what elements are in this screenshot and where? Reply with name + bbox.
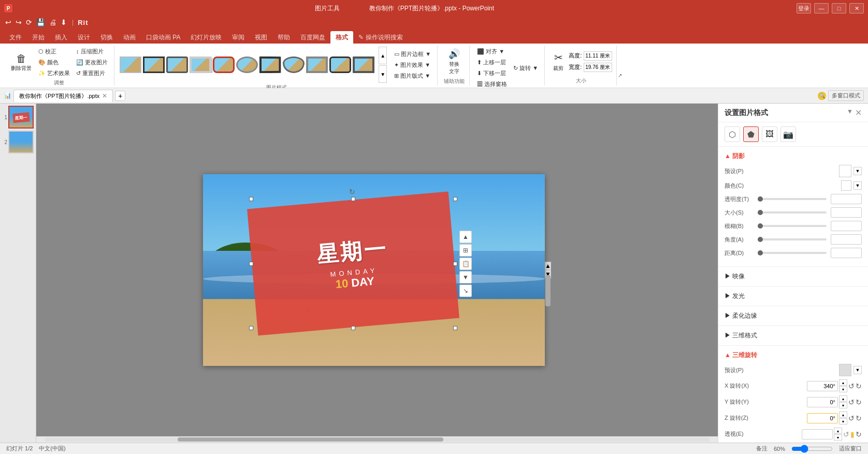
- art-effect-button[interactable]: ✨ 艺术效果: [36, 68, 72, 78]
- panel-close-button[interactable]: ✕: [855, 108, 862, 118]
- rotation-x-up[interactable]: ▲: [839, 379, 847, 386]
- rotation-y-input[interactable]: [807, 397, 838, 407]
- shadow-blur-thumb[interactable]: [758, 223, 763, 229]
- img-style-8[interactable]: [306, 56, 328, 73]
- img-style-10[interactable]: [353, 56, 374, 73]
- width-input[interactable]: [584, 63, 612, 72]
- compress-button[interactable]: ↕ 压缩图片: [74, 47, 110, 56]
- rotation-z-up[interactable]: ▲: [839, 412, 847, 418]
- fit-button[interactable]: 适应窗口: [839, 445, 862, 452]
- shadow-size-slider[interactable]: [758, 211, 827, 214]
- notes-button[interactable]: 备注: [756, 445, 768, 452]
- rotation-z-input[interactable]: [807, 413, 838, 423]
- tab-slideshow[interactable]: 幻灯片放映: [185, 31, 227, 44]
- move-down-button[interactable]: ⬇ 下移一层: [475, 68, 509, 78]
- tab-design[interactable]: 设计: [73, 31, 95, 44]
- rotation-z-ccw[interactable]: ↺: [848, 414, 855, 422]
- shadow-color-arrow[interactable]: ▼: [853, 181, 862, 190]
- rotation-y-down[interactable]: ▼: [839, 402, 847, 408]
- perspective-up[interactable]: ▲: [834, 428, 842, 434]
- img-border-button[interactable]: ▭ 图片边框 ▼: [392, 49, 433, 59]
- gallery-scroll-down[interactable]: ▼: [379, 65, 387, 83]
- panel-tab-format[interactable]: ⬟: [743, 126, 759, 142]
- close-button[interactable]: ✕: [849, 3, 864, 13]
- shadow-blur-slider[interactable]: [758, 225, 827, 227]
- tab-home[interactable]: 开始: [27, 31, 50, 44]
- shadow-size-thumb[interactable]: [758, 210, 763, 215]
- undo-button[interactable]: ↩: [4, 18, 12, 26]
- img-style-2[interactable]: [166, 56, 188, 73]
- img-style-9[interactable]: [329, 56, 351, 73]
- rotation-y-cw[interactable]: ↻: [856, 398, 862, 406]
- save-button[interactable]: 💾: [35, 18, 46, 26]
- img-style-5[interactable]: [236, 56, 258, 73]
- img-style-6[interactable]: [259, 56, 281, 73]
- panel-collapse-button[interactable]: ▼: [847, 108, 853, 118]
- rotation-x-cw[interactable]: ↻: [856, 382, 862, 390]
- minimize-button[interactable]: —: [814, 3, 829, 13]
- perspective-cw[interactable]: ↻: [856, 430, 862, 438]
- shadow-transparency-thumb[interactable]: [758, 196, 763, 202]
- rotate-menu-button[interactable]: ↻ 旋转 ▼: [511, 63, 540, 73]
- size-expand-button[interactable]: ↗: [618, 73, 622, 78]
- move-up-button[interactable]: ⬆ 上移一层: [475, 58, 509, 67]
- panel-tab-image[interactable]: 🖼: [762, 126, 777, 142]
- search-icon[interactable]: 🔍: [818, 92, 826, 100]
- rotation-y-up[interactable]: ▲: [839, 395, 847, 402]
- reflection-header[interactable]: ▶ 映像: [718, 270, 868, 283]
- redo-button[interactable]: ↪: [15, 18, 23, 26]
- gallery-scroll-up[interactable]: ▲: [379, 47, 387, 64]
- rotation-preset-arrow[interactable]: ▼: [853, 366, 862, 374]
- shadow-color-box[interactable]: [841, 180, 851, 191]
- shadow-angle-input[interactable]: [831, 234, 862, 245]
- perspective-ccw[interactable]: ↺: [843, 430, 849, 438]
- panel-tab-effects[interactable]: ⬡: [725, 126, 740, 142]
- slide-2-thumb[interactable]: [8, 131, 34, 153]
- soft-edges-header[interactable]: ▶ 柔化边缘: [718, 309, 868, 322]
- rotation-y-ccw[interactable]: ↺: [848, 398, 855, 406]
- tab-format[interactable]: 格式: [330, 31, 353, 44]
- img-style-0[interactable]: [120, 56, 141, 73]
- shadow-transparency-slider[interactable]: [758, 198, 827, 200]
- panel-tab-image2[interactable]: 📷: [780, 126, 796, 142]
- shadow-preset-box[interactable]: [839, 165, 851, 177]
- multiwindow-button[interactable]: 多窗口模式: [828, 90, 864, 101]
- bevel-3d-header[interactable]: ▶ 三维格式: [718, 329, 868, 342]
- add-tab-button[interactable]: +: [115, 91, 125, 101]
- tab-transition[interactable]: 切换: [95, 31, 118, 44]
- shadow-preset-arrow[interactable]: ▼: [853, 167, 862, 175]
- hscroll-thumb[interactable]: [178, 437, 444, 442]
- shadow-distance-thumb[interactable]: [758, 250, 763, 256]
- glow-header[interactable]: ▶ 发光: [718, 290, 868, 303]
- shadow-angle-slider[interactable]: [758, 238, 827, 240]
- remove-bg-button[interactable]: 🗑 删除背景: [8, 52, 34, 74]
- tab-search[interactable]: ✎ 操作说明搜索: [353, 31, 408, 44]
- replace-text-button[interactable]: 🔊 替换文字: [446, 47, 462, 77]
- rotation-preset-box[interactable]: [839, 364, 851, 376]
- doc-tab-close[interactable]: ✕: [102, 92, 107, 100]
- crop-button[interactable]: ✂ 裁剪: [550, 50, 567, 74]
- login-button[interactable]: 登录: [797, 3, 811, 13]
- shadow-transparency-input[interactable]: [831, 194, 862, 204]
- img-style-4[interactable]: [213, 56, 235, 73]
- shadow-distance-slider[interactable]: [758, 252, 827, 254]
- rotation-x-input[interactable]: [807, 381, 838, 391]
- tab-baidupan[interactable]: 百度网盘: [295, 31, 330, 44]
- tab-view[interactable]: 视图: [250, 31, 272, 44]
- tab-file[interactable]: 文件: [4, 31, 27, 44]
- more-qa-button[interactable]: ⬇: [60, 18, 68, 26]
- perspective-down[interactable]: ▼: [834, 434, 842, 441]
- shadow-size-input[interactable]: [831, 207, 862, 218]
- slide-1-thumb[interactable]: 星期一: [8, 106, 34, 129]
- perspective-input[interactable]: [802, 429, 833, 439]
- color-button[interactable]: 🎨 颜色: [36, 58, 72, 67]
- refresh-button[interactable]: ⟳: [25, 18, 33, 26]
- shadow-blur-input[interactable]: [831, 221, 862, 231]
- red-box[interactable]: 星期一 MONDAY 10 DAY: [247, 191, 459, 335]
- vscroll-up[interactable]: ▲: [545, 262, 551, 270]
- height-input[interactable]: [584, 51, 612, 61]
- rotation-x-ccw[interactable]: ↺: [848, 382, 855, 390]
- img-style-1[interactable]: [143, 56, 165, 73]
- img-style-7[interactable]: [283, 56, 305, 73]
- restore-button[interactable]: □: [832, 3, 846, 13]
